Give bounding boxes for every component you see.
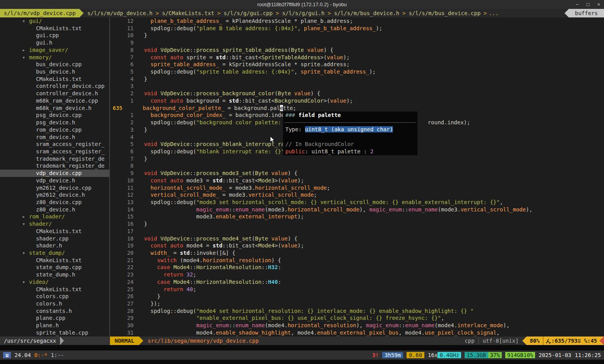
code-line[interactable]: 8 <box>110 162 604 170</box>
tree-file[interactable]: ym2612_device.cpp <box>0 184 109 192</box>
code-line[interactable]: 11 spdlog::debug("plane B table address:… <box>110 25 604 32</box>
code-line[interactable]: 9void VdpDevice::process_mode3_set(Byte … <box>110 170 604 177</box>
code-line[interactable]: 2void VdpDevice::process_background_colo… <box>110 90 604 97</box>
code-line[interactable]: 28 spdlog::debug("mode4 set horizontal_r… <box>110 307 604 315</box>
tree-dir[interactable]: ▾shader/ <box>0 220 109 228</box>
tree-dir[interactable]: ▾gui/ <box>0 17 109 25</box>
tree-file[interactable]: sram_access_register_ <box>0 141 109 148</box>
tree-file[interactable]: plane.h <box>0 322 109 329</box>
close-button[interactable]: × <box>597 2 600 7</box>
tree-file[interactable]: sram_access_register_ <box>0 148 109 155</box>
editor-pane[interactable]: 12 plane_b_table_address_ = kPlaneAddres… <box>109 17 604 337</box>
tree-file[interactable]: constants.h <box>0 307 109 315</box>
tree-file[interactable]: state_dump.cpp <box>0 264 109 271</box>
code-line[interactable]: 4} <box>110 76 604 83</box>
tree-dir[interactable]: ▸rom_loader/ <box>0 213 109 220</box>
tab-item[interactable]: s/CMakeLists.txt <box>161 9 215 17</box>
code-line[interactable]: 19 const auto mode4 = std::bit_cast<Mode… <box>110 242 604 249</box>
code-line[interactable]: 1 const auto background = std::bit_cast<… <box>110 97 604 105</box>
code-line[interactable]: 5 spdlog::debug("sprite table address: {… <box>110 68 604 76</box>
code-line[interactable]: 14 magic_enum::enum_name(mode3.horizonta… <box>110 206 604 213</box>
tree-file[interactable]: psg_device.h <box>0 119 109 126</box>
tab-item[interactable]: s/l/s/m/bus_device.h <box>333 9 401 17</box>
window-titlebar[interactable]: root@118b2f7ff8d9 (172.17.0.2) - byobu −… <box>0 0 604 9</box>
code-line[interactable]: 635 background_color_palette_ = backgrou… <box>110 105 604 112</box>
tree-file[interactable]: m68k_ram_device.cpp <box>0 97 109 105</box>
code-line[interactable]: 26 } <box>110 293 604 300</box>
tree-file[interactable]: vdp_device.h <box>0 177 109 184</box>
tree-file[interactable]: CMakeLists.txt <box>0 257 109 264</box>
code-line[interactable]: 13 spdlog::debug("mode3 set horizontal_s… <box>110 199 604 206</box>
code-line[interactable]: 16} <box>110 220 604 228</box>
tree-file[interactable]: CMakeLists.txt <box>0 25 109 32</box>
line-number: 25 <box>110 286 144 293</box>
tree-file[interactable]: trademark_register_de <box>0 162 109 170</box>
tree-file[interactable]: m68k_ram_device.h <box>0 105 109 112</box>
tree-file[interactable]: colors.cpp <box>0 293 109 300</box>
code-line[interactable]: 31 mode4.enable_shadow_highlight, mode4.… <box>110 329 604 337</box>
buffers-button[interactable]: buffers <box>569 9 604 17</box>
tab-active[interactable]: s/l/s/m/vdp_device.cpp <box>0 9 79 17</box>
tab-item[interactable]: s/l/s/m/bus_device.cpp <box>408 9 482 17</box>
code-line[interactable]: 9 <box>110 39 604 46</box>
tree-file[interactable]: controller_device.cpp <box>0 82 109 90</box>
code-line[interactable]: 29 "enable_external_pixel_bus: {} use_pi… <box>110 314 604 322</box>
minimize-button[interactable]: − <box>576 2 579 7</box>
tree-file[interactable]: z80_device.h <box>0 206 109 213</box>
code-line[interactable]: 12 vertical_scroll_mode_ = mode3.vertica… <box>110 191 604 199</box>
tree-file[interactable]: ym2612_device.h <box>0 191 109 199</box>
tree-file[interactable]: vdp_device.cpp <box>0 170 109 177</box>
code-line[interactable]: 30 magic_enum::enum_name(mode4.horizonta… <box>110 322 604 329</box>
tree-file[interactable]: bus_device.h <box>0 68 109 76</box>
tree-dir[interactable]: ▾state_dump/ <box>0 249 109 257</box>
code-line[interactable]: 27 }); <box>110 300 604 307</box>
byobu-window-1[interactable]: 1:-- <box>51 352 64 358</box>
code-line[interactable]: 15 mode3.enable_external_interrupt); <box>110 213 604 220</box>
tree-file[interactable]: controller_device.h <box>0 90 109 97</box>
tree-dir[interactable]: ▸image_saver/ <box>0 46 109 54</box>
tree-file[interactable]: psg_device.cpp <box>0 112 109 119</box>
tree-dir[interactable]: ▾video/ <box>0 278 109 286</box>
vim-cmdline[interactable] <box>0 345 604 350</box>
tree-dir[interactable]: ▾memory/ <box>0 54 109 61</box>
tree-file[interactable]: plane.cpp <box>0 314 109 322</box>
tree-file[interactable]: CMakeLists.txt <box>0 286 109 293</box>
tree-file[interactable]: CMakeLists.txt <box>0 228 109 235</box>
code-line[interactable]: 21 switch (mode4.horizontal_resolution) … <box>110 257 604 264</box>
code-line[interactable]: 25 return 40; <box>110 286 604 293</box>
code-line[interactable]: 17 <box>110 228 604 235</box>
tree-file[interactable]: state_dump.h <box>0 271 109 278</box>
code-line[interactable]: 20 width_ = std::invoke([&] { <box>110 249 604 257</box>
code-line[interactable]: 10} <box>110 32 604 39</box>
tab-item[interactable]: s/l/s/g/gui.cpp <box>223 9 274 17</box>
tab-item[interactable]: s/l/s/g/gui.h <box>281 9 326 17</box>
code-line[interactable]: 18void VdpDevice::process_mode4_set(Byte… <box>110 235 604 242</box>
file-tree-panel[interactable]: ▾gui/CMakeLists.txtgui.cppgui.h▸image_sa… <box>0 17 109 337</box>
code-line[interactable]: 3 <box>110 82 604 90</box>
code-line[interactable]: 6 sprite_table_address_ = kSpriteAddress… <box>110 61 604 68</box>
code-line[interactable]: 11 horizontal_scroll_mode_ = mode3.horiz… <box>110 184 604 192</box>
code-line[interactable]: 10 const auto mode3 = std::bit_cast<Mode… <box>110 177 604 184</box>
maximize-button[interactable]: □ <box>587 2 590 7</box>
tree-file[interactable]: colors.h <box>0 300 109 307</box>
tree-file[interactable]: trademark_register_de <box>0 155 109 163</box>
code-line[interactable]: 24 case Mode4::HorizontalResolution::H40… <box>110 278 604 286</box>
code-line[interactable]: 7} <box>110 155 604 163</box>
code-line[interactable]: 8void VdpDevice::process_sprite_table_ad… <box>110 46 604 54</box>
tree-file[interactable]: gui.h <box>0 39 109 46</box>
tree-file[interactable]: gui.cpp <box>0 32 109 39</box>
tree-file[interactable]: shader.h <box>0 242 109 249</box>
tree-file[interactable]: shader.cpp <box>0 235 109 242</box>
code-line[interactable]: 22 case Mode4::HorizontalResolution::H32… <box>110 264 604 271</box>
code-line[interactable]: 12 plane_b_table_address_ = kPlaneAddres… <box>110 17 604 25</box>
code-line[interactable]: 7 const auto sprite = std::bit_cast<Spri… <box>110 54 604 61</box>
code-line[interactable]: 23 return 32; <box>110 271 604 278</box>
byobu-window-0[interactable]: 0:-* <box>34 352 48 358</box>
tab-item[interactable]: s/l/s/m/vdp_device.h <box>86 9 154 17</box>
tree-file[interactable]: CMakeLists.txt <box>0 76 109 83</box>
tree-file[interactable]: rom_device.cpp <box>0 126 109 134</box>
tree-file[interactable]: rom_device.h <box>0 134 109 141</box>
tree-file[interactable]: sprite_table.cpp <box>0 329 109 337</box>
tree-file[interactable]: bus_device.cpp <box>0 61 109 68</box>
tree-file[interactable]: z80_device.cpp <box>0 199 109 206</box>
